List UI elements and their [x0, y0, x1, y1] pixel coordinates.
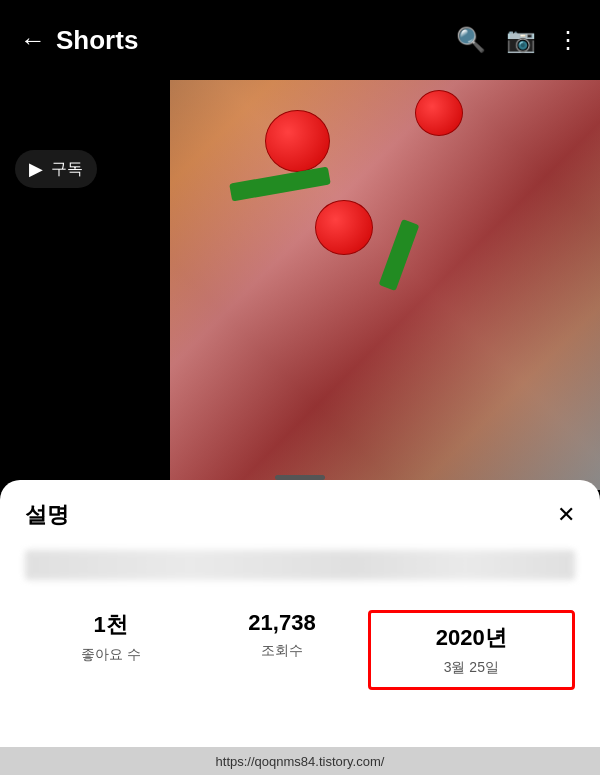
- subscribe-icon: ▶: [29, 158, 43, 180]
- food-decoration: [265, 110, 330, 172]
- search-icon[interactable]: 🔍: [456, 26, 486, 54]
- page-title: Shorts: [56, 25, 138, 56]
- likes-value: 1천: [94, 610, 128, 640]
- more-icon[interactable]: ⋮: [556, 26, 580, 54]
- url-text: https://qoqnms84.tistory.com/: [216, 754, 385, 769]
- views-stat: 21,738 조회수: [196, 610, 367, 660]
- views-label: 조회수: [261, 642, 303, 660]
- likes-label: 좋아요 수: [81, 646, 141, 664]
- date-stat: 2020년 3월 25일: [368, 610, 575, 690]
- description-panel: 설명 ✕ 1천 좋아요 수 21,738 조회수 2020년 3월 25일: [0, 480, 600, 775]
- stats-row: 1천 좋아요 수 21,738 조회수 2020년 3월 25일: [25, 610, 575, 690]
- header-left: ← Shorts: [20, 25, 138, 56]
- subscribe-button[interactable]: ▶ 구독: [15, 150, 97, 188]
- food-decoration: [315, 200, 373, 255]
- header-right: 🔍 📷 ⋮: [456, 26, 580, 54]
- likes-stat: 1천 좋아요 수: [25, 610, 196, 664]
- camera-icon[interactable]: 📷: [506, 26, 536, 54]
- blurred-description: [25, 550, 575, 580]
- panel-title: 설명: [25, 500, 69, 530]
- back-button[interactable]: ←: [20, 25, 46, 56]
- header: ← Shorts 🔍 📷 ⋮: [0, 0, 600, 80]
- drag-handle[interactable]: [275, 475, 325, 480]
- close-button[interactable]: ✕: [557, 502, 575, 528]
- date-label: 3월 25일: [444, 659, 499, 677]
- panel-header: 설명 ✕: [25, 500, 575, 530]
- subscribe-label: 구독: [51, 159, 83, 180]
- date-value: 2020년: [436, 623, 507, 653]
- views-value: 21,738: [248, 610, 315, 636]
- food-decoration: [415, 90, 463, 136]
- left-panel: [0, 80, 170, 490]
- url-bar: https://qoqnms84.tistory.com/: [0, 747, 600, 775]
